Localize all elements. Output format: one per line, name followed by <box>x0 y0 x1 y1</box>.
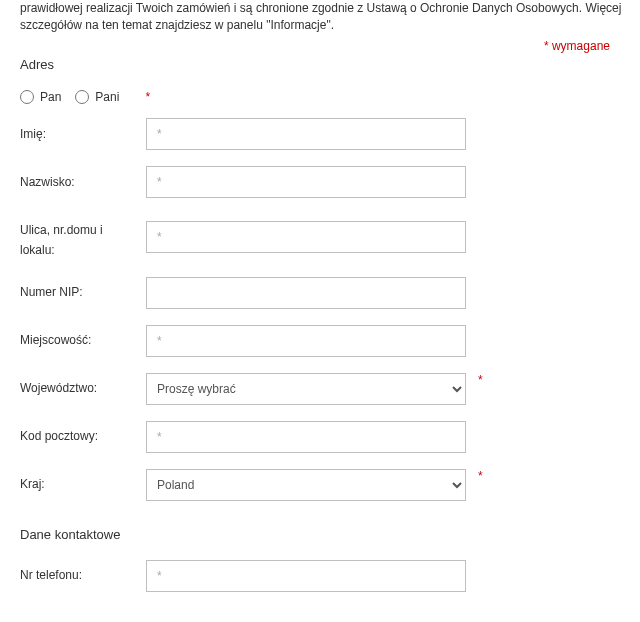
country-label: Kraj: <box>20 474 146 494</box>
phone-input[interactable] <box>146 560 466 592</box>
section-contact-title: Dane kontaktowe <box>20 527 640 542</box>
phone-label: Nr telefonu: <box>20 565 146 585</box>
postcode-label: Kod pocztowy: <box>20 426 146 446</box>
street-label: Ulica, nr.domu i lokalu: <box>20 214 146 261</box>
gender-mrs-text: Pani <box>95 90 119 104</box>
gender-radio-group: Pan Pani * <box>20 90 640 104</box>
province-label: Województwo: <box>20 378 146 398</box>
gender-mr-text: Pan <box>40 90 61 104</box>
intro-text: prawidłowej realizacji Twoich zamówień i… <box>20 0 640 35</box>
city-label: Miejscowość: <box>20 330 146 350</box>
gender-mr-label[interactable]: Pan <box>20 90 61 104</box>
gender-required-asterisk: * <box>145 90 150 104</box>
country-select[interactable]: Poland <box>146 469 466 501</box>
lastname-input[interactable] <box>146 166 466 198</box>
nip-input[interactable] <box>146 277 466 309</box>
gender-mrs-label[interactable]: Pani <box>75 90 119 104</box>
firstname-input[interactable] <box>146 118 466 150</box>
firstname-label: Imię: <box>20 124 146 144</box>
province-select[interactable]: Proszę wybrać <box>146 373 466 405</box>
gender-mr-radio[interactable] <box>20 90 34 104</box>
section-address-title: Adres <box>20 57 640 72</box>
province-required-asterisk: * <box>478 373 483 387</box>
street-input[interactable] <box>146 221 466 253</box>
lastname-label: Nazwisko: <box>20 172 146 192</box>
nip-label: Numer NIP: <box>20 282 146 302</box>
city-input[interactable] <box>146 325 466 357</box>
required-note: * wymagane <box>20 39 640 53</box>
postcode-input[interactable] <box>146 421 466 453</box>
gender-mrs-radio[interactable] <box>75 90 89 104</box>
country-required-asterisk: * <box>478 469 483 483</box>
